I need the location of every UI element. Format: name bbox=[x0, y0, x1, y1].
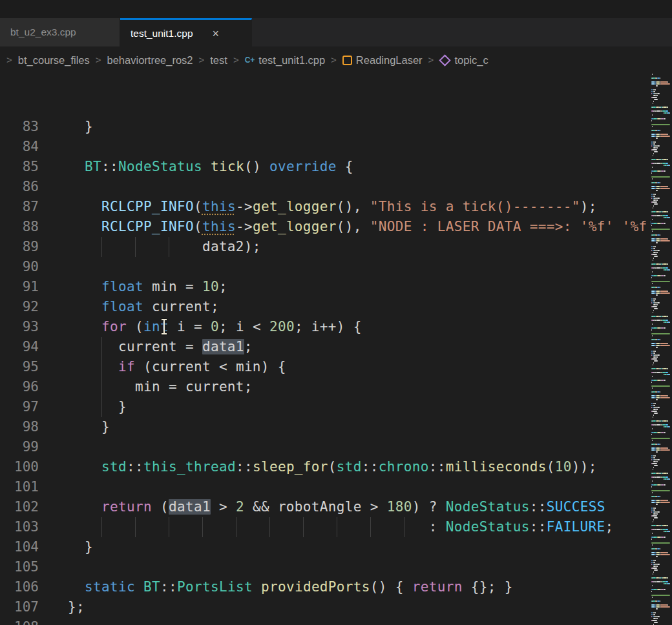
minimap-line bbox=[651, 560, 672, 561]
minimap-line bbox=[651, 597, 672, 598]
minimap-line bbox=[651, 221, 672, 222]
code-area: 83 }8485 BT::NodeStatus tick() override … bbox=[0, 117, 672, 625]
minimap-line bbox=[651, 153, 672, 154]
minimap-token bbox=[654, 413, 658, 414]
code-token: {}; } bbox=[463, 579, 513, 595]
code-line[interactable]: 96 min = current; bbox=[0, 377, 672, 397]
tab-bt-u2-ex3[interactable]: bt_u2_ex3.cpp bbox=[0, 18, 120, 46]
minimap-token bbox=[660, 136, 670, 137]
code-token: :: bbox=[429, 459, 446, 475]
code-token bbox=[68, 499, 101, 515]
minimap-token bbox=[660, 188, 670, 189]
minimap-line bbox=[651, 471, 672, 472]
code-line[interactable]: 84 bbox=[0, 137, 672, 157]
minimap-token bbox=[651, 300, 653, 302]
minimap-token bbox=[651, 91, 653, 92]
minimap-line bbox=[651, 509, 672, 511]
code-line[interactable]: 93 for (int i = 0; i < 200; i++) { bbox=[0, 317, 672, 337]
line-number: 99 bbox=[0, 437, 39, 457]
close-icon[interactable]: × bbox=[213, 28, 220, 39]
minimap-token bbox=[651, 124, 670, 125]
indent-guide bbox=[404, 517, 404, 537]
code-line[interactable]: 107}; bbox=[0, 597, 672, 617]
breadcrumb-item-package[interactable]: behaviortree_ros2 bbox=[107, 54, 193, 67]
minimap-token bbox=[660, 83, 670, 85]
code-line[interactable]: 99 bbox=[0, 437, 672, 457]
minimap-token bbox=[664, 170, 665, 172]
minimap-line bbox=[651, 413, 672, 414]
minimap-token bbox=[651, 542, 670, 544]
minimap-line bbox=[651, 124, 672, 125]
minimap-token bbox=[651, 246, 653, 247]
minimap-line bbox=[651, 213, 672, 214]
minimap-token bbox=[656, 476, 661, 478]
code-token: && robotAngle > bbox=[244, 499, 387, 515]
code-token: data1 bbox=[169, 499, 211, 515]
indent-guide bbox=[135, 237, 136, 257]
code-line[interactable]: 86 bbox=[0, 177, 672, 197]
breadcrumb-item-method[interactable]: topic_c bbox=[439, 54, 488, 67]
minimap-token bbox=[653, 91, 656, 92]
code-line[interactable]: 88 RCLCPP_INFO(this->get_logger(), "NODE… bbox=[0, 217, 672, 237]
code-line[interactable]: 83 } bbox=[0, 117, 672, 137]
code-line[interactable]: 103 : NodeStatus::FAILURE; bbox=[0, 517, 672, 537]
breadcrumb-label: test bbox=[210, 54, 227, 67]
minimap-token bbox=[656, 190, 658, 191]
breadcrumb-item-folder[interactable]: bt_course_files bbox=[18, 54, 90, 67]
minimap-token bbox=[651, 538, 652, 540]
code-line[interactable]: 108 bbox=[0, 617, 672, 625]
code-line[interactable]: 106 static BT::PortsList providedPorts()… bbox=[0, 577, 672, 597]
minimap-token bbox=[654, 517, 658, 518]
breadcrumb-item-class[interactable]: ReadingLaser bbox=[342, 54, 423, 67]
minimap-token bbox=[651, 333, 670, 334]
breadcrumb-item-test[interactable]: test bbox=[210, 54, 227, 67]
minimap[interactable] bbox=[651, 74, 672, 625]
minimap-line bbox=[651, 353, 672, 354]
code-line[interactable]: 95 if (current < min) { bbox=[0, 357, 672, 377]
minimap-token bbox=[660, 345, 670, 346]
code-editor[interactable]: 83 }8485 BT::NodeStatus tick() override … bbox=[0, 74, 672, 625]
minimap-token bbox=[662, 476, 666, 478]
code-line[interactable]: 97 } bbox=[0, 397, 672, 417]
code-line[interactable]: 102 return (data1 > 2 && robotAngle > 18… bbox=[0, 497, 672, 517]
minimap-line bbox=[651, 540, 672, 542]
minimap-token bbox=[656, 215, 661, 216]
minimap-line bbox=[651, 331, 672, 333]
minimap-token bbox=[667, 81, 668, 83]
code-line[interactable]: 87 RCLCPP_INFO(this->get_logger(), "This… bbox=[0, 197, 672, 217]
code-line[interactable]: 100 std::this_thread::sleep_for(std::chr… bbox=[0, 457, 672, 477]
minimap-token bbox=[660, 554, 670, 555]
line-number: 93 bbox=[0, 317, 39, 337]
code-line[interactable]: 90 bbox=[0, 257, 672, 277]
code-token: std bbox=[101, 459, 127, 475]
minimap-token bbox=[657, 511, 660, 513]
code-token: } bbox=[68, 419, 110, 435]
minimap-token bbox=[656, 552, 660, 553]
minimap-token bbox=[652, 358, 657, 360]
minimap-line bbox=[651, 339, 672, 340]
minimap-line bbox=[651, 182, 672, 183]
code-line[interactable]: 91 float min = 10; bbox=[0, 277, 672, 297]
minimap-line bbox=[651, 110, 672, 112]
minimap-token bbox=[656, 134, 660, 135]
minimap-line bbox=[651, 620, 672, 621]
code-line[interactable]: 104 } bbox=[0, 537, 672, 557]
code-line[interactable]: 94 current = data1; bbox=[0, 337, 672, 357]
tab-test-unit1[interactable]: test_unit1.cpp × bbox=[120, 18, 252, 46]
minimap-line bbox=[651, 93, 672, 94]
code-line[interactable]: 98 } bbox=[0, 417, 672, 437]
minimap-line bbox=[651, 122, 672, 123]
code-token: :: bbox=[530, 519, 547, 535]
minimap-line bbox=[651, 577, 672, 579]
code-line[interactable]: 85 BT::NodeStatus tick() override { bbox=[0, 157, 672, 177]
code-line[interactable]: 89 data2); bbox=[0, 237, 672, 257]
breadcrumb-item-file[interactable]: C+ test_unit1.cpp bbox=[245, 54, 325, 67]
code-line[interactable]: 101 bbox=[0, 477, 672, 497]
code-line[interactable]: 105 bbox=[0, 557, 672, 577]
minimap-line bbox=[651, 85, 672, 87]
code-line[interactable]: 92 float current; bbox=[0, 297, 672, 317]
minimap-line bbox=[651, 143, 672, 145]
indent-guide bbox=[101, 377, 102, 397]
minimap-line bbox=[651, 354, 672, 356]
minimap-line bbox=[651, 250, 672, 251]
